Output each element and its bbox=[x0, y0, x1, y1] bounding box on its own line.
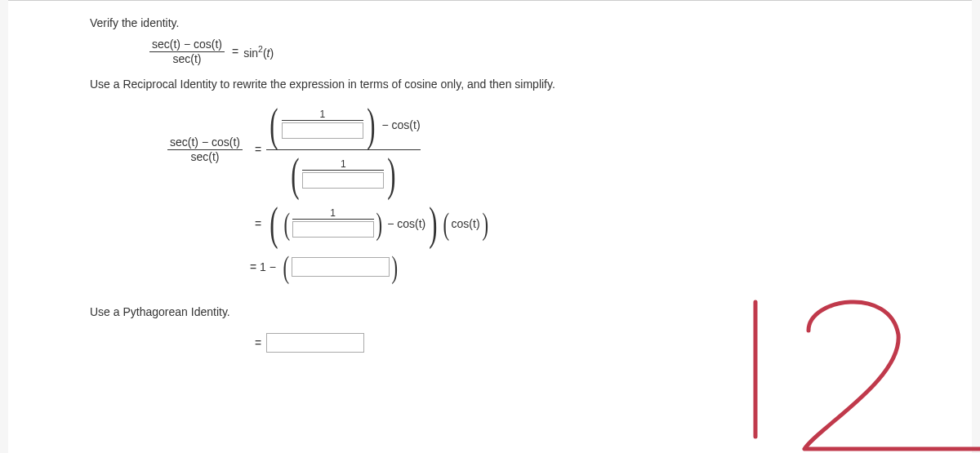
cos-t-label: cos(t) bbox=[452, 217, 480, 230]
minus-cos-label: − cos(t) bbox=[387, 217, 425, 230]
paren-close-icon: ) bbox=[367, 102, 375, 148]
paren-open-icon: ( bbox=[283, 251, 289, 282]
paren-open-icon: ( bbox=[283, 208, 290, 239]
step1-numerator-innerfrac: 1 bbox=[282, 109, 363, 140]
fraction-bar bbox=[282, 120, 363, 121]
handwriting-annotation bbox=[710, 273, 980, 453]
step2-row: = ( ( 1 ) − cos(t) ) ( cos(t) ) bbox=[90, 199, 972, 248]
step2-expr: ( ( 1 ) − cos(t) ) ( cos(t) ) bbox=[266, 201, 490, 246]
identity-lhs-den: sec(t) bbox=[170, 52, 203, 66]
blank-input-4[interactable] bbox=[292, 257, 390, 277]
step1-lhs-frac: sec(t) − cos(t) sec(t) bbox=[167, 135, 243, 164]
paren-open-icon: ( bbox=[443, 208, 449, 239]
instruction-pythagorean-text: Use a Pythagorean Identity. bbox=[90, 305, 230, 318]
step4-row: = bbox=[90, 326, 972, 359]
step1-denominator-innerfrac: 1 bbox=[302, 158, 384, 190]
paren-close-icon: ) bbox=[391, 251, 398, 282]
equals-sign: = bbox=[255, 336, 261, 349]
one-label: 1 bbox=[341, 158, 346, 170]
step1-big-fraction: ( 1 ) − cos(t) ( 1 ) bbox=[266, 100, 420, 199]
blank-input-2[interactable] bbox=[302, 172, 384, 189]
blank-input-1[interactable] bbox=[282, 122, 363, 139]
fraction-bar bbox=[302, 170, 384, 171]
paren-open-icon: ( bbox=[270, 102, 278, 148]
instruction-reciprocal-text: Use a Reciprocal Identity to rewrite the… bbox=[90, 78, 555, 91]
equals-sign: = bbox=[255, 217, 261, 230]
identity-lhs-fraction: sec(t) − cos(t) sec(t) bbox=[149, 38, 225, 66]
instruction-reciprocal: Use a Reciprocal Identity to rewrite the… bbox=[90, 78, 972, 91]
paren-close-icon: ) bbox=[388, 152, 396, 198]
one-minus-label: = 1 − bbox=[250, 260, 276, 273]
worksheet-page: Verify the identity. sec(t) − cos(t) sec… bbox=[8, 0, 972, 453]
equals-sign: = bbox=[255, 143, 261, 156]
step3-row: = 1 − ( ) bbox=[90, 248, 972, 286]
paren-close-icon: ) bbox=[429, 201, 437, 246]
identity-lhs-num: sec(t) − cos(t) bbox=[149, 38, 225, 51]
step3-paren: ( ) bbox=[281, 251, 399, 282]
equals-sign: = bbox=[232, 45, 238, 58]
paren-close-icon: ) bbox=[482, 208, 488, 239]
blank-input-5[interactable] bbox=[266, 333, 364, 353]
paren-close-icon: ) bbox=[376, 208, 382, 239]
fraction-bar bbox=[292, 219, 374, 220]
step1-lhs-den: sec(t) bbox=[189, 150, 222, 164]
blank-input-3[interactable] bbox=[292, 221, 374, 238]
step1-denominator: ( 1 ) bbox=[287, 150, 399, 199]
paren-open-icon: ( bbox=[291, 152, 299, 198]
step1-lhs-num: sec(t) − cos(t) bbox=[167, 135, 243, 149]
identity-rhs: sin2(t) bbox=[243, 44, 274, 60]
step2-inner: ( 1 ) − cos(t) bbox=[282, 207, 425, 239]
instruction-pythagorean: Use a Pythagorean Identity. bbox=[90, 305, 972, 318]
step1-numerator: ( 1 ) − cos(t) bbox=[266, 100, 420, 149]
step1-lhs: sec(t) − cos(t) sec(t) bbox=[90, 135, 245, 164]
one-label: 1 bbox=[320, 109, 326, 120]
one-label: 1 bbox=[330, 207, 336, 219]
verify-title-text: Verify the identity. bbox=[90, 16, 179, 29]
minus-cos-label: − cos(t) bbox=[382, 118, 421, 131]
step2-innerfrac: 1 bbox=[292, 207, 374, 239]
paren-open-icon: ( bbox=[270, 201, 278, 246]
verify-title: Verify the identity. bbox=[90, 16, 972, 29]
step1-row: sec(t) − cos(t) sec(t) = ( 1 ) − cos(t) bbox=[90, 100, 972, 199]
identity-equation: sec(t) − cos(t) sec(t) = sin2(t) bbox=[147, 38, 972, 66]
